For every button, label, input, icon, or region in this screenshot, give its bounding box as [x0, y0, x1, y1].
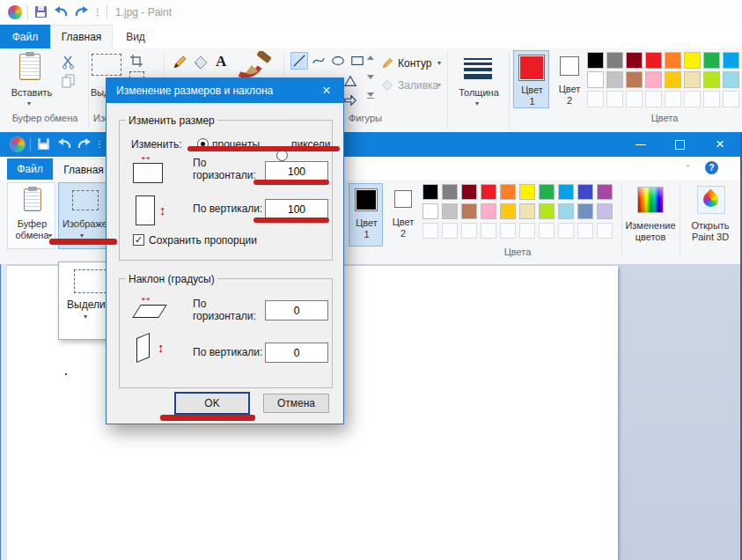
palette-color-cell[interactable] — [461, 203, 477, 219]
shape-oval[interactable] — [329, 52, 347, 70]
palette-empty-cell[interactable] — [481, 223, 496, 239]
save-icon[interactable] — [38, 138, 49, 150]
select-menu-item[interactable]: Выделит — [67, 298, 110, 311]
palette-color-cell[interactable] — [461, 184, 477, 200]
shape-triangle[interactable] — [342, 72, 359, 90]
resize-vertical-input[interactable] — [265, 199, 328, 219]
undo-icon[interactable] — [56, 137, 72, 151]
palette-color-cell[interactable] — [558, 184, 574, 200]
fill-tool-icon[interactable] — [193, 55, 209, 70]
palette-color-cell[interactable] — [519, 203, 535, 219]
shapes-scroll-down-icon[interactable] — [367, 75, 374, 79]
palette-color-cell[interactable] — [597, 203, 613, 219]
redo-icon[interactable] — [74, 5, 90, 18]
palette-color-cell[interactable] — [645, 71, 662, 88]
maximize-button[interactable] — [662, 132, 697, 157]
tab-file[interactable]: Файл — [7, 158, 53, 180]
palette-empty-cell[interactable] — [587, 91, 604, 107]
collapse-ribbon-icon[interactable]: ˆ — [687, 164, 689, 173]
color2-button[interactable]: Цвет 2 — [554, 50, 585, 108]
fill-dropdown-arrow-icon[interactable]: ▾ — [437, 81, 441, 89]
palette-empty-cell[interactable] — [723, 91, 739, 107]
palette-color-cell[interactable] — [519, 184, 535, 200]
dialog-close-button[interactable]: × — [313, 78, 340, 103]
palette-color-cell[interactable] — [539, 203, 555, 219]
palette-empty-cell[interactable] — [645, 91, 662, 107]
cut-icon[interactable] — [62, 55, 76, 70]
outline-button[interactable]: Контур — [398, 57, 431, 70]
palette-empty-cell[interactable] — [684, 91, 701, 107]
tab-file[interactable]: Файл — [0, 25, 50, 48]
palette-color-cell[interactable] — [500, 203, 516, 219]
palette-empty-cell[interactable] — [626, 91, 643, 107]
palette-color-cell[interactable] — [442, 203, 458, 219]
size-button[interactable]: Толщина — [453, 87, 504, 98]
palette-color-cell[interactable] — [645, 52, 662, 69]
palette-color-cell[interactable] — [558, 203, 574, 219]
palette-empty-cell[interactable] — [500, 223, 516, 239]
palette-color-cell[interactable] — [442, 184, 458, 200]
skew-vertical-input[interactable] — [265, 343, 328, 363]
color1-button[interactable]: Цвет 1 — [349, 183, 383, 247]
shape-arrow[interactable] — [342, 92, 359, 109]
shape-rectangle[interactable] — [349, 52, 366, 70]
shapes-scroll-up-icon[interactable] — [367, 55, 374, 60]
palette-color-cell[interactable] — [665, 52, 681, 69]
tab-home[interactable]: Главная — [50, 25, 113, 48]
keep-aspect-checkbox[interactable]: ✓ — [133, 234, 144, 246]
palette-color-cell[interactable] — [723, 52, 739, 69]
palette-color-cell[interactable] — [723, 71, 739, 88]
palette-empty-cell[interactable] — [597, 223, 613, 239]
palette-color-cell[interactable] — [684, 52, 701, 69]
palette-color-cell[interactable] — [481, 184, 496, 200]
palette-color-cell[interactable] — [500, 184, 516, 200]
palette-color-cell[interactable] — [606, 52, 623, 69]
minimize-button[interactable] — [623, 132, 658, 157]
color2-button[interactable]: Цвет 2 — [388, 183, 418, 247]
palette-empty-cell[interactable] — [703, 91, 720, 107]
text-tool-icon[interactable]: A — [216, 53, 226, 70]
palette-empty-cell[interactable] — [519, 223, 535, 239]
palette-color-cell[interactable] — [665, 71, 681, 88]
undo-icon[interactable] — [53, 5, 69, 18]
palette-color-cell[interactable] — [422, 184, 438, 200]
palette-color-cell[interactable] — [703, 52, 720, 69]
palette-empty-cell[interactable] — [422, 223, 438, 239]
palette-color-cell[interactable] — [422, 203, 438, 219]
paste-icon[interactable] — [19, 54, 40, 80]
pencil-tool-icon[interactable] — [172, 55, 187, 70]
fill-shape-button[interactable]: Заливка — [398, 79, 438, 92]
palette-empty-cell[interactable] — [606, 91, 623, 107]
palette-color-cell[interactable] — [539, 184, 555, 200]
palette-empty-cell[interactable] — [665, 91, 681, 107]
shapes-more-icon[interactable] — [367, 92, 374, 99]
palette-empty-cell[interactable] — [577, 223, 593, 239]
size-dropdown-arrow-icon[interactable]: ▾ — [475, 99, 479, 107]
shape-curve[interactable] — [310, 52, 327, 70]
ok-button[interactable]: OK — [174, 392, 250, 415]
close-button[interactable]: × — [702, 132, 738, 157]
skew-horizontal-input[interactable] — [265, 300, 328, 321]
redo-icon[interactable] — [77, 137, 92, 151]
select-tool-icon[interactable] — [92, 54, 121, 76]
save-icon[interactable] — [35, 6, 47, 18]
tab-view[interactable]: Вид — [113, 25, 158, 48]
palette-color-cell[interactable] — [626, 52, 643, 69]
palette-color-cell[interactable] — [577, 203, 593, 219]
palette-color-cell[interactable] — [626, 71, 643, 88]
outline-dropdown-arrow-icon[interactable]: ▾ — [437, 59, 441, 67]
clipboard-menu-button[interactable]: Буфер обмена ▾ — [7, 182, 55, 249]
cancel-button[interactable]: Отмена — [263, 394, 329, 413]
quick-access-chevron-icon[interactable]: ⋮ — [93, 7, 102, 17]
paste-dropdown-arrow-icon[interactable]: ▾ — [27, 99, 31, 107]
palette-empty-cell[interactable] — [558, 223, 574, 239]
keep-aspect-label[interactable]: Сохранить пропорции — [149, 234, 257, 247]
palette-color-cell[interactable] — [597, 184, 613, 200]
palette-color-cell[interactable] — [587, 71, 604, 88]
select-dropdown-arrow-icon[interactable]: ▾ — [84, 313, 87, 321]
palette-color-cell[interactable] — [481, 203, 496, 219]
shape-line[interactable] — [290, 52, 308, 70]
palette-empty-cell[interactable] — [539, 223, 555, 239]
crop-icon[interactable] — [129, 54, 143, 68]
brush-tool-icon[interactable] — [236, 51, 271, 79]
